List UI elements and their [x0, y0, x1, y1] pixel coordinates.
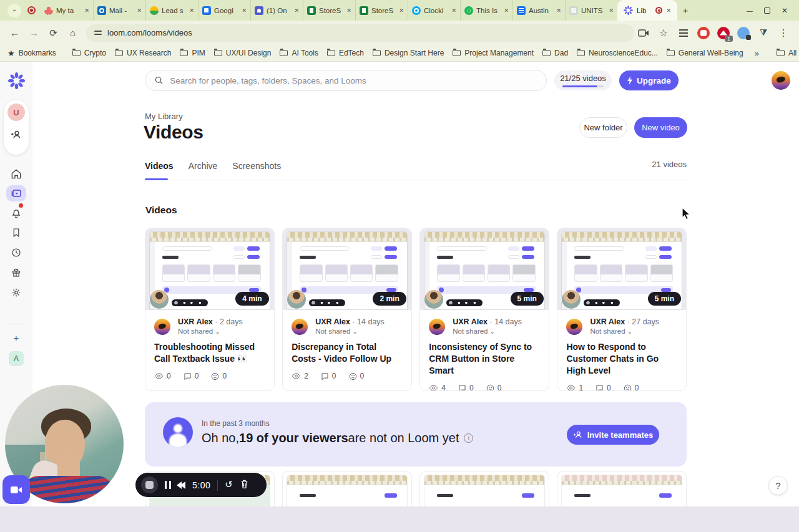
- browser-tab[interactable]: StoreS: [355, 0, 408, 21]
- browser-tab[interactable]: (1) On: [250, 0, 303, 21]
- bookmark-folder[interactable]: UX/UI Design: [214, 49, 272, 57]
- video-title[interactable]: Discrepancy in Total Costs - Video Follo…: [292, 341, 403, 365]
- delete-recording-button[interactable]: [240, 479, 249, 491]
- tab-videos[interactable]: Videos: [145, 161, 174, 171]
- tab-close-icon[interactable]: [666, 7, 671, 14]
- video-card-partial[interactable]: [419, 471, 549, 506]
- sidebar-settings-icon[interactable]: [6, 284, 26, 301]
- video-card-partial[interactable]: [282, 471, 412, 506]
- home-button[interactable]: ⌂: [64, 24, 81, 42]
- bookmark-star-icon[interactable]: [657, 26, 670, 40]
- sidebar-add-icon[interactable]: [6, 332, 26, 345]
- video-card[interactable]: 5 min UXR Alex · 27 days Not shared How …: [557, 228, 687, 391]
- pause-recording-button[interactable]: [165, 481, 171, 489]
- profile-avatar[interactable]: [772, 71, 790, 90]
- tab-close-icon[interactable]: [137, 7, 142, 14]
- video-card[interactable]: 4 min UXR Alex · 2 days Not shared Troub…: [145, 228, 275, 391]
- url-text[interactable]: loom.com/looms/videos: [107, 28, 192, 37]
- tab-close-icon[interactable]: [556, 7, 561, 14]
- bookmark-folder[interactable]: AI Tools: [280, 49, 318, 57]
- user-avatar[interactable]: U: [7, 104, 25, 121]
- adblock-plus-icon[interactable]: 1: [717, 27, 730, 39]
- video-thumbnail[interactable]: 2 min: [283, 228, 411, 310]
- stop-recording-button[interactable]: [141, 476, 158, 493]
- upgrade-button[interactable]: Upgrade: [619, 70, 679, 90]
- new-video-button[interactable]: New video: [634, 117, 687, 138]
- browser-tab[interactable]: Lead s: [145, 0, 198, 21]
- new-tab-button[interactable]: [677, 2, 694, 19]
- info-icon[interactable]: [464, 433, 473, 443]
- video-title[interactable]: Troubleshooting Missed Call Textback Iss…: [154, 341, 265, 365]
- bookmarks-overflow-icon[interactable]: [755, 49, 759, 58]
- invite-people-icon[interactable]: [11, 130, 22, 140]
- reading-list-icon[interactable]: [677, 26, 690, 40]
- forward-button[interactable]: →: [26, 24, 42, 42]
- bookmark-folder[interactable]: NeuroscienceEduc...: [577, 49, 658, 57]
- site-settings-icon[interactable]: [94, 29, 102, 37]
- video-quota-pill[interactable]: 21/25 videos: [554, 70, 612, 90]
- sidebar-history-icon[interactable]: [6, 244, 26, 261]
- sidebar-library-icon[interactable]: [6, 185, 26, 201]
- extension-stop-icon[interactable]: [697, 27, 710, 39]
- browser-tab[interactable]: This Is: [460, 0, 512, 21]
- reload-button[interactable]: ⟳: [45, 24, 62, 42]
- close-button[interactable]: [782, 6, 788, 15]
- video-card-partial[interactable]: [557, 471, 687, 506]
- browser-menu-icon[interactable]: [777, 26, 790, 40]
- browser-tab[interactable]: Austin: [512, 0, 565, 21]
- rewind-button[interactable]: [178, 481, 185, 489]
- tab-close-icon[interactable]: [609, 7, 614, 14]
- camera-control-badge[interactable]: [2, 475, 30, 504]
- tab-close-icon[interactable]: [504, 7, 509, 14]
- video-thumbnail[interactable]: 5 min: [557, 228, 686, 310]
- back-button[interactable]: ←: [6, 24, 23, 42]
- video-card[interactable]: 2 min UXR Alex · 14 days Not shared Disc…: [282, 228, 412, 391]
- share-status[interactable]: Not shared: [178, 327, 265, 335]
- browser-tab[interactable]: StoreS: [303, 0, 355, 21]
- restart-recording-button[interactable]: [225, 479, 233, 490]
- adguard-extension-icon[interactable]: [737, 27, 750, 39]
- tab-close-icon[interactable]: [451, 7, 456, 14]
- bookmark-folder[interactable]: UX Research: [115, 49, 171, 57]
- tab-close-icon[interactable]: [399, 7, 404, 14]
- video-thumbnail[interactable]: 5 min: [420, 228, 549, 310]
- extensions-puzzle-icon[interactable]: [757, 26, 770, 40]
- invite-teammates-button[interactable]: Invite teammates: [567, 425, 659, 445]
- bookmark-folder[interactable]: Project Management: [453, 49, 534, 57]
- tab-close-icon[interactable]: [84, 7, 89, 14]
- bookmark-folder[interactable]: PIM: [180, 49, 205, 57]
- bookmark-folder[interactable]: Dad: [542, 49, 568, 57]
- sidebar-home-icon[interactable]: [6, 166, 26, 182]
- sidebar-notifications-icon[interactable]: [6, 205, 26, 221]
- sidebar-gift-icon[interactable]: [6, 264, 26, 281]
- tab-screenshots[interactable]: Screenshots: [232, 161, 281, 171]
- help-button[interactable]: [768, 476, 788, 495]
- search-bar[interactable]: [145, 70, 547, 91]
- bookmark-folder[interactable]: Design Start Here: [373, 49, 444, 57]
- search-input[interactable]: [170, 76, 537, 85]
- media-camera-icon[interactable]: [637, 26, 650, 40]
- video-title[interactable]: How to Respond to Customer Chats in Go H…: [566, 341, 677, 377]
- all-bookmarks[interactable]: All Bookmarks: [777, 49, 799, 57]
- tab-archive[interactable]: Archive: [189, 161, 218, 171]
- browser-tab[interactable]: UNITS: [565, 0, 617, 21]
- tab-close-icon[interactable]: [242, 7, 247, 14]
- video-thumbnail[interactable]: 4 min: [145, 228, 274, 310]
- bookmark-folder[interactable]: Crypto: [72, 49, 106, 57]
- minimize-button[interactable]: [747, 6, 753, 15]
- loom-logo[interactable]: [8, 72, 25, 89]
- restore-button[interactable]: [764, 7, 770, 14]
- browser-tab[interactable]: Googl: [198, 0, 250, 21]
- video-title[interactable]: Inconsistency of Sync to CRM Button in S…: [429, 341, 540, 377]
- browser-tab[interactable]: My ta: [41, 0, 93, 21]
- tab-search-icon[interactable]: [7, 4, 21, 17]
- tab-close-icon[interactable]: [189, 7, 194, 14]
- bookmark-folder[interactable]: EdTech: [327, 49, 364, 57]
- browser-tab-active[interactable]: Lib: [617, 0, 677, 21]
- bookmarks-root[interactable]: Bookmarks: [7, 49, 56, 58]
- workspace-avatar[interactable]: A: [9, 351, 24, 366]
- video-card[interactable]: 5 min UXR Alex · 14 days Not shared Inco…: [419, 228, 549, 391]
- sidebar-bookmarks-icon[interactable]: [6, 225, 26, 241]
- tab-close-icon[interactable]: [294, 7, 299, 14]
- share-status[interactable]: Not shared: [453, 327, 540, 335]
